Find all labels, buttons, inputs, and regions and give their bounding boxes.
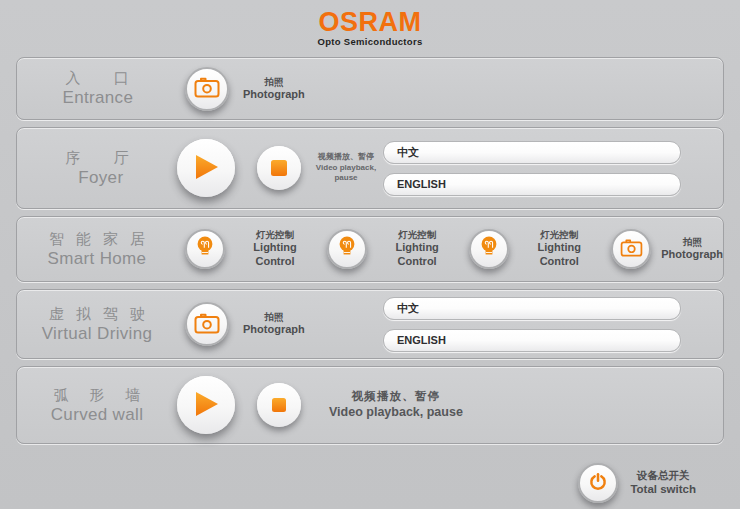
foyer-title-en: Foyer [17,168,177,188]
entrance-photo-button[interactable] [185,67,229,111]
smart-home-photo-button[interactable] [611,229,651,269]
section-foyer: 序厅 Foyer 视频播放、暂停 Video playback, pause 中… [16,127,724,209]
entrance-title-en: Entrance [17,88,177,108]
entrance-photo-label: 拍照 Photograph [243,76,305,102]
section-entrance: 入口 Entrance 拍照 Photograph [16,57,724,120]
play-icon [193,153,219,184]
entrance-title: 入口 Entrance [17,69,177,108]
total-switch-label: 设备总开关 Total switch [630,469,696,498]
lighting-control-label-1: 灯光控制 Lighting Control [235,229,315,268]
virtual-driving-chinese-button[interactable]: 中文 [383,297,681,320]
section-smart-home: 智能家居 Smart Home 灯光控制 Lighting Control [16,216,724,282]
foyer-stop-button[interactable] [257,146,301,190]
curved-wall-stop-button[interactable] [257,383,301,427]
smart-home-title-zh: 智能家居 [17,230,177,249]
osram-logo: OSRAM [0,8,740,36]
virtual-driving-language-buttons: 中文 ENGLISH [383,297,681,352]
total-switch-button[interactable] [578,463,618,503]
section-curved-wall: 弧形墙 Curved wall 视频播放、暂停 Video playback, … [16,366,724,444]
virtual-driving-photo-label: 拍照 Photograph [243,311,305,337]
curved-wall-title-en: Curved wall [17,405,177,425]
lighting-control-button-2[interactable] [327,229,367,269]
lighting-control-button-1[interactable] [185,229,225,269]
virtual-driving-title-en: Virtual Driving [17,324,177,344]
curved-wall-video-label: 视频播放、暂停 Video playback, pause [329,389,463,421]
foyer-title-zh: 序厅 [17,149,177,168]
smart-home-title: 智能家居 Smart Home [17,230,177,269]
curved-wall-title: 弧形墙 Curved wall [17,386,177,425]
curved-wall-title-zh: 弧形墙 [17,386,177,405]
logo-subtitle: Opto Semiconductors [0,36,740,47]
entrance-title-zh: 入口 [17,69,177,88]
lighting-control-label-3: 灯光控制 Lighting Control [519,229,599,268]
lighting-control-label-2: 灯光控制 Lighting Control [377,229,457,268]
foyer-language-buttons: 中文 ENGLISH [383,141,681,196]
foyer-english-button[interactable]: ENGLISH [383,173,681,196]
lightbulb-icon [337,235,357,263]
camera-icon [194,312,220,337]
lightbulb-icon [479,235,499,263]
foyer-chinese-button[interactable]: 中文 [383,141,681,164]
camera-icon [620,238,643,260]
stop-icon [272,398,286,412]
smart-home-photo-label: 拍照 Photograph [661,236,723,262]
power-icon [588,472,608,495]
smart-home-title-en: Smart Home [17,249,177,269]
control-panel-screen: OSRAM Opto Semiconductors 入口 Entrance 拍照… [0,0,740,509]
footer: 设备总开关 Total switch [0,451,740,509]
foyer-title: 序厅 Foyer [17,149,177,188]
stop-icon [271,160,287,176]
section-virtual-driving: 虚拟驾驶 Virtual Driving 拍照 Photograph 中文 EN… [16,289,724,359]
virtual-driving-title-zh: 虚拟驾驶 [17,305,177,324]
curved-wall-play-button[interactable] [177,376,235,434]
lightbulb-icon [195,235,215,263]
play-icon [193,390,219,421]
foyer-video-label: 视频播放、暂停 Video playback, pause [309,152,383,183]
virtual-driving-photo-button[interactable] [185,302,229,346]
foyer-play-button[interactable] [177,139,235,197]
virtual-driving-title: 虚拟驾驶 Virtual Driving [17,305,177,344]
camera-icon [194,76,220,101]
header: OSRAM Opto Semiconductors [0,0,740,57]
lighting-control-button-3[interactable] [469,229,509,269]
virtual-driving-english-button[interactable]: ENGLISH [383,329,681,352]
